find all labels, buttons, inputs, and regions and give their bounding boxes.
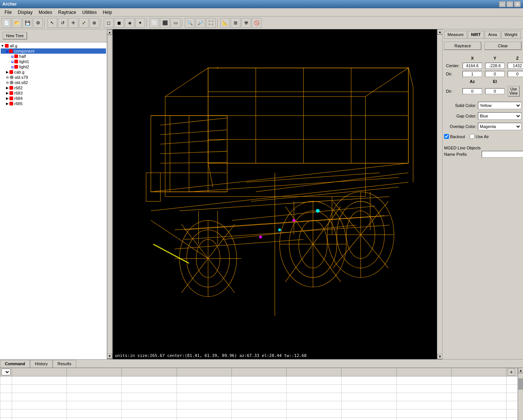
tree-scrollbar[interactable]: ▲ ▼ — [107, 29, 112, 359]
table-cell[interactable] — [396, 417, 451, 420]
table-cell[interactable] — [231, 376, 286, 384]
table-cell[interactable] — [0, 384, 12, 393]
table-cell[interactable] — [0, 393, 12, 401]
tab-nirt[interactable]: NIRT — [468, 31, 484, 38]
tree-item-light1[interactable]: ulight1 — [1, 59, 106, 64]
tool-rotate[interactable]: ↺ — [58, 18, 68, 28]
table-cell[interactable] — [342, 393, 396, 401]
table-cell[interactable] — [451, 393, 506, 401]
table-cell[interactable] — [177, 417, 231, 420]
tool-settings[interactable]: ⚙ — [33, 18, 43, 28]
tab-results[interactable]: Results — [53, 360, 76, 367]
tree-item-component[interactable]: ucomponent — [1, 48, 106, 54]
table-cell[interactable] — [396, 376, 451, 384]
table-cell[interactable] — [122, 393, 177, 401]
dir2-az-input[interactable] — [463, 88, 482, 94]
table-cell[interactable] — [12, 376, 67, 384]
table-cell[interactable] — [396, 393, 451, 401]
tool-translate[interactable]: ✛ — [68, 18, 78, 28]
tool-grid[interactable]: ⊞ — [231, 18, 240, 28]
table-cell[interactable] — [506, 401, 518, 409]
table-cell[interactable] — [231, 409, 286, 417]
table-cell[interactable] — [451, 409, 506, 417]
table-cell[interactable] — [506, 417, 518, 420]
tool-open[interactable]: 📂 — [12, 18, 22, 28]
menu-display[interactable]: Display — [15, 9, 35, 16]
table-cell[interactable] — [67, 376, 122, 384]
tool-zoom-in[interactable]: 🔍 — [185, 18, 195, 28]
center-z-input[interactable] — [508, 63, 523, 69]
table-header-dropdown[interactable]: ▼ — [0, 368, 12, 376]
table-cell[interactable] — [0, 409, 12, 417]
tool-save[interactable]: 💾 — [23, 18, 32, 28]
tool-shaded[interactable]: ◈ — [125, 18, 135, 28]
table-cell[interactable] — [396, 401, 451, 409]
table-cell[interactable] — [287, 384, 342, 393]
tree-item-all.g[interactable]: ▼all.g — [1, 43, 106, 48]
table-cell[interactable] — [342, 376, 396, 384]
table-cell[interactable] — [287, 409, 342, 417]
tab-area[interactable]: Area — [485, 31, 500, 38]
table-cell[interactable] — [177, 384, 231, 393]
column-select[interactable]: ▼ — [2, 369, 11, 375]
menu-help[interactable]: Help — [100, 9, 115, 16]
tool-fit[interactable]: ⛶ — [206, 18, 216, 28]
table-cell[interactable] — [67, 409, 122, 417]
table-cell[interactable] — [506, 384, 518, 393]
tree-item-cab.g[interactable]: ▶cab.g — [1, 69, 106, 75]
dir1-z-input[interactable] — [508, 71, 523, 77]
tool-new[interactable]: 📄 — [2, 18, 11, 28]
tree-item-light2[interactable]: ulight2 — [1, 64, 106, 69]
tab-weight[interactable]: Weight — [501, 31, 521, 38]
scroll-up-arrow[interactable]: ▲ — [107, 30, 112, 35]
table-cell[interactable] — [122, 409, 177, 417]
table-cell[interactable] — [342, 417, 396, 420]
tool-zoom-out[interactable]: 🔎 — [195, 18, 205, 28]
gap-color-select[interactable]: Blue Red Green Yellow White — [478, 112, 521, 120]
name-prefix-input[interactable] — [482, 151, 523, 158]
tool-measure[interactable]: 📐 — [220, 18, 230, 28]
table-cell[interactable] — [342, 409, 396, 417]
table-scrollbar[interactable]: ▲ ▼ — [518, 368, 523, 420]
new-tree-button[interactable]: New Tree — [3, 32, 27, 39]
scrollbar-thumb[interactable] — [518, 378, 523, 390]
tree-item-half[interactable]: uhalf — [1, 54, 106, 59]
table-cell[interactable] — [287, 393, 342, 401]
table-cell[interactable] — [12, 409, 67, 417]
tool-scale[interactable]: ⤢ — [79, 18, 89, 28]
tab-measure[interactable]: Measure — [444, 31, 467, 38]
table-cell[interactable] — [0, 417, 12, 420]
menu-file[interactable]: File — [2, 9, 15, 16]
table-cell[interactable] — [342, 384, 396, 393]
use-air-checkbox-label[interactable]: Use Air — [470, 134, 489, 139]
dir1-y-input[interactable] — [485, 71, 505, 77]
maximize-button[interactable]: □ — [506, 1, 513, 7]
tool-front[interactable]: ⬜ — [150, 18, 159, 28]
table-cell[interactable] — [231, 417, 286, 420]
tool-stop[interactable]: 🚫 — [252, 18, 262, 28]
table-cell[interactable] — [12, 401, 67, 409]
table-cell[interactable] — [287, 417, 342, 420]
table-cell[interactable] — [342, 401, 396, 409]
table-cell[interactable] — [67, 384, 122, 393]
table-cell[interactable] — [231, 401, 286, 409]
table-cell[interactable] — [506, 376, 518, 384]
table-cell[interactable] — [122, 376, 177, 384]
tree-view[interactable]: ▼all.gucomponentuhalfulight1ulight2▶cab.… — [0, 42, 107, 359]
backout-checkbox-label[interactable]: Backout — [444, 134, 465, 139]
tree-item-r682[interactable]: ▶r682 — [1, 85, 106, 90]
viewport-scroll-down[interactable]: ▼ — [437, 354, 443, 359]
viewport-scrollbar[interactable]: ▲ ▼ — [437, 29, 442, 359]
overlap-color-select[interactable]: Magenta Red Green Blue Yellow — [478, 123, 521, 130]
table-cell[interactable] — [451, 417, 506, 420]
tool-top[interactable]: ⬛ — [160, 18, 170, 28]
use-view-button[interactable]: UseView — [508, 86, 520, 96]
table-cell[interactable] — [287, 376, 342, 384]
table-cell[interactable] — [122, 417, 177, 420]
table-cell[interactable] — [231, 384, 286, 393]
table-cell[interactable] — [287, 401, 342, 409]
tool-radiation[interactable]: ☢ — [241, 18, 251, 28]
table-cell[interactable] — [396, 409, 451, 417]
raytrace-button[interactable]: Raytrace — [444, 42, 481, 50]
table-cell[interactable] — [451, 401, 506, 409]
